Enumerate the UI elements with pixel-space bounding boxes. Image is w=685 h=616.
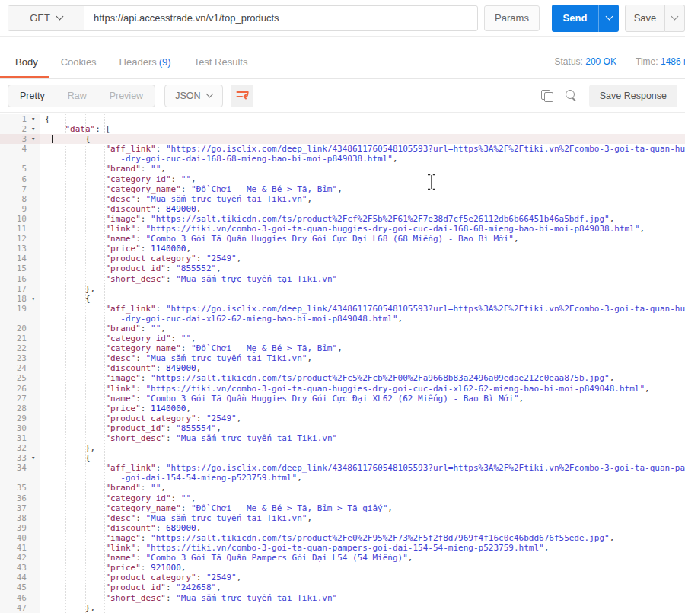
request-url-group: GET bbox=[8, 5, 478, 31]
save-dropdown-button[interactable] bbox=[665, 5, 685, 32]
code-line: -dry-goi-cuc-dai-xl62-62-mieng-bao-bi-mo… bbox=[0, 314, 685, 324]
code-text: "category_name": "Đồ Chơi - Mẹ & Bé > Tã… bbox=[40, 503, 685, 513]
line-number: 47 bbox=[0, 603, 30, 613]
chevron-down-icon bbox=[671, 13, 679, 21]
code-text: "short_desc": "Mua sắm trực tuyến tại Ti… bbox=[40, 433, 685, 443]
code-line: 7"category_name": "Đồ Chơi - Mẹ & Bé > T… bbox=[0, 184, 685, 194]
code-text: "product_category": "2549", bbox=[40, 413, 685, 423]
view-mode-preview[interactable]: Preview bbox=[98, 85, 155, 107]
wrap-text-button[interactable] bbox=[231, 85, 253, 107]
search-icon[interactable] bbox=[566, 90, 578, 102]
tab-headers[interactable]: Headers(9) bbox=[108, 48, 183, 78]
fold-gutter bbox=[30, 384, 40, 394]
fold-gutter bbox=[30, 334, 40, 343]
fold-toggle-icon[interactable]: ▾ bbox=[30, 453, 40, 463]
fold-gutter bbox=[30, 324, 40, 334]
line-number bbox=[0, 154, 30, 164]
code-text: "product_category": "2549", bbox=[40, 254, 685, 263]
code-text: "category_id": "", bbox=[40, 174, 685, 184]
code-line: 31"short_desc": "Mua sắm trực tuyến tại … bbox=[0, 433, 685, 443]
code-text: "product_id": "855554", bbox=[40, 423, 685, 433]
view-mode-pretty[interactable]: Pretty bbox=[8, 85, 56, 107]
code-text: "image": "https://salt.tikicdn.com/ts/pr… bbox=[40, 533, 685, 543]
fold-gutter bbox=[30, 593, 40, 603]
params-button[interactable]: Params bbox=[484, 5, 540, 31]
code-text: -dry-goi-cuc-dai-xl62-62-mieng-bao-bi-mo… bbox=[40, 314, 685, 324]
code-line: 6"category_id": "", bbox=[0, 174, 685, 184]
save-response-button[interactable]: Save Response bbox=[589, 85, 677, 107]
fold-gutter bbox=[30, 533, 40, 543]
line-number: 5 bbox=[0, 164, 30, 174]
code-text: "link": "https://tiki.vn/combo-3-goi-ta-… bbox=[40, 384, 685, 394]
line-number bbox=[0, 473, 30, 483]
fold-toggle-icon[interactable]: ▾ bbox=[30, 134, 40, 144]
code-line: 35"brand": "", bbox=[0, 483, 685, 493]
save-button[interactable]: Save bbox=[625, 5, 665, 32]
send-split-button: Send bbox=[552, 5, 619, 32]
code-line: 32}, bbox=[0, 443, 685, 453]
line-number: 34 bbox=[0, 463, 30, 473]
code-line: 20"brand": "", bbox=[0, 324, 685, 334]
code-line: 4"aff_link": "https://go.isclix.com/deep… bbox=[0, 144, 685, 154]
fold-gutter bbox=[30, 174, 40, 184]
fold-toggle-icon[interactable]: ▾ bbox=[30, 114, 40, 124]
line-number: 17 bbox=[0, 284, 30, 294]
line-number: 9 bbox=[0, 204, 30, 214]
fold-toggle-icon[interactable]: ▾ bbox=[30, 124, 40, 134]
fold-gutter bbox=[30, 154, 40, 164]
fold-gutter bbox=[30, 164, 40, 174]
view-mode-raw[interactable]: Raw bbox=[56, 85, 98, 107]
line-number: 43 bbox=[0, 563, 30, 573]
code-line: 17}, bbox=[0, 284, 685, 294]
code-line: 28"price": 1140000, bbox=[0, 404, 685, 413]
json-viewer[interactable]: 1▾{2▾"data": [3▾{4"aff_link": "https://g… bbox=[0, 114, 685, 613]
language-select[interactable]: JSON bbox=[164, 85, 223, 107]
code-text: "short_desc": "Mua sắm trực tuyến tại Ti… bbox=[40, 593, 685, 603]
fold-gutter bbox=[30, 513, 40, 523]
line-number: 26 bbox=[0, 384, 30, 394]
tab-cookies[interactable]: Cookies bbox=[49, 48, 108, 78]
code-text: "aff_link": "https://go.isclix.com/deep_… bbox=[40, 463, 685, 473]
code-text: "product_id": "242658", bbox=[40, 582, 685, 592]
send-button[interactable]: Send bbox=[552, 5, 598, 32]
method-select[interactable]: GET bbox=[8, 6, 84, 30]
code-text: "discount": 849000, bbox=[40, 204, 685, 214]
fold-gutter bbox=[30, 483, 40, 493]
fold-gutter bbox=[30, 443, 40, 453]
line-number: 8 bbox=[0, 194, 30, 204]
code-text: "price": 1140000, bbox=[40, 244, 685, 254]
fold-gutter bbox=[30, 543, 40, 553]
line-number: 46 bbox=[0, 593, 30, 603]
text-cursor bbox=[52, 135, 53, 143]
line-number: 35 bbox=[0, 483, 30, 493]
url-input[interactable] bbox=[84, 6, 477, 30]
code-line: 30"product_id": "855554", bbox=[0, 423, 685, 433]
line-number: 31 bbox=[0, 433, 30, 443]
code-line: 27"name": "Combo 3 Gói Tã Quần Huggies D… bbox=[0, 394, 685, 404]
code-line: 23"desc": "Mua sắm trực tuyến tại Tiki.v… bbox=[0, 353, 685, 363]
code-text: "link": "https://tiki.vn/combo-3-goi-ta-… bbox=[40, 224, 685, 234]
line-number: 6 bbox=[0, 174, 30, 184]
chevron-down-icon bbox=[206, 91, 214, 98]
code-text: }, bbox=[40, 603, 685, 613]
line-number: 24 bbox=[0, 363, 30, 373]
code-line: 8"desc": "Mua sắm trực tuyến tại Tiki.vn… bbox=[0, 194, 685, 204]
send-dropdown-button[interactable] bbox=[598, 5, 619, 32]
code-text: "product_category": "2549", bbox=[40, 573, 685, 582]
line-number: 41 bbox=[0, 543, 30, 553]
code-text: "price": 1140000, bbox=[40, 404, 685, 413]
fold-gutter bbox=[30, 394, 40, 404]
fold-toggle-icon[interactable]: ▾ bbox=[30, 294, 40, 304]
tab-body[interactable]: Body bbox=[0, 48, 49, 78]
code-line: -goi-dai-154-54-mieng-p523759.html", bbox=[0, 473, 685, 483]
copy-icon[interactable] bbox=[541, 90, 553, 101]
tab-test-results[interactable]: Test Results bbox=[183, 48, 260, 78]
fold-gutter bbox=[30, 523, 40, 533]
fold-gutter bbox=[30, 274, 40, 284]
fold-gutter bbox=[30, 234, 40, 244]
line-number: 23 bbox=[0, 353, 30, 363]
line-number: 13 bbox=[0, 244, 30, 254]
code-line: -dry-goi-cuc-dai-168-68-mieng-bao-bi-moi… bbox=[0, 154, 685, 164]
code-line: 43"price": 921000, bbox=[0, 563, 685, 573]
code-text: "name": "Combo 3 Gói Tã Quần Huggies Dry… bbox=[40, 394, 685, 404]
